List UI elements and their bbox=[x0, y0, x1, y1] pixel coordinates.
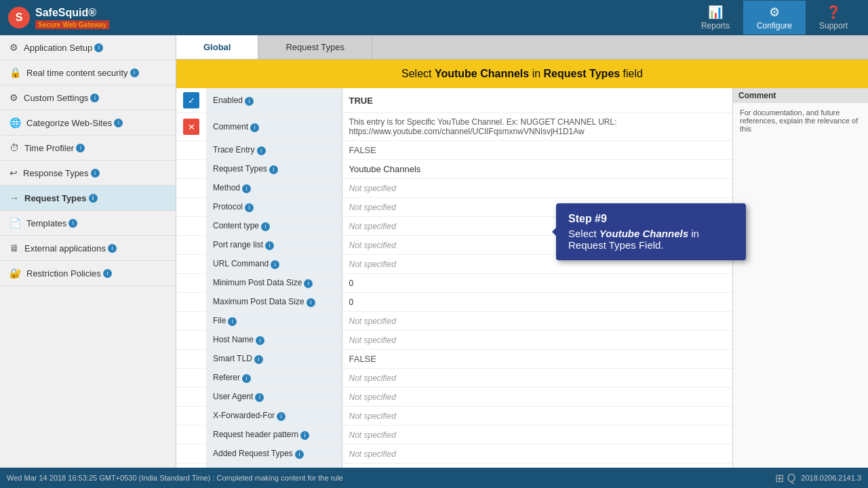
external-apps-icon: 🖥 bbox=[9, 243, 19, 253]
table-row: Request header patterniNot specified bbox=[176, 426, 732, 445]
field-value: Not specified bbox=[342, 369, 732, 388]
nav-support[interactable]: ❓ Support bbox=[806, 1, 861, 35]
field-value: Youtube Channels bbox=[342, 160, 732, 179]
field-info-badge: i bbox=[265, 241, 274, 250]
value-true: TRUE bbox=[349, 96, 373, 106]
field-label: Trace Entryi bbox=[206, 141, 342, 160]
field-label: Protocoli bbox=[206, 198, 342, 217]
brand-name: SafeSquid® bbox=[35, 7, 96, 18]
sidebar-label-real-time: Real time content security bbox=[26, 68, 128, 78]
table-row: Request TypesiYoutube Channels bbox=[176, 160, 732, 179]
value-zero: 0 bbox=[349, 279, 354, 288]
sidebar-item-real-time-content-security[interactable]: 🔒 Real time content security i bbox=[0, 60, 176, 85]
sidebar-item-request-types[interactable]: → Request Types i bbox=[0, 186, 176, 211]
comment-panel: Comment For documentation, and future re… bbox=[732, 88, 868, 468]
sidebar-item-categorize-websites[interactable]: 🌐 Categorize Web-Sites i bbox=[0, 110, 176, 136]
action-col bbox=[176, 217, 206, 236]
table-row: ✕CommentiThis entry is for Specific YouT… bbox=[176, 113, 732, 141]
disabled-button[interactable]: ✕ bbox=[183, 119, 199, 135]
field-info-badge: i bbox=[269, 165, 278, 174]
categorize-icon: 🌐 bbox=[9, 117, 21, 128]
value-false: FALSE bbox=[349, 354, 376, 364]
table-row: ✓EnablediTRUE bbox=[176, 88, 732, 113]
field-value: FALSE bbox=[342, 141, 732, 160]
field-value: 0 bbox=[342, 293, 732, 312]
sidebar-item-restriction-policies[interactable]: 🔐 Restriction Policies i bbox=[0, 261, 176, 286]
table-row: Smart TLDiFALSE bbox=[176, 350, 732, 369]
info-badge-templates: i bbox=[68, 219, 77, 228]
table-row: Removed Request TypesiNot specified bbox=[176, 464, 732, 468]
action-col bbox=[176, 369, 206, 388]
custom-settings-icon: ⚙ bbox=[9, 92, 18, 103]
version-text: 2018.0206.2141.3 bbox=[801, 474, 861, 482]
field-info-badge: i bbox=[242, 184, 251, 193]
value-zero: 0 bbox=[349, 298, 354, 307]
field-value: 0 bbox=[342, 274, 732, 293]
field-info-badge: i bbox=[255, 393, 264, 402]
field-value: Not specified bbox=[342, 312, 732, 331]
action-col bbox=[176, 331, 206, 350]
table-row: Host NameiNot specified bbox=[176, 331, 732, 350]
value-youtube: Youtube Channels bbox=[349, 164, 421, 174]
table-row: X-Forwarded-ForiNot specified bbox=[176, 407, 732, 426]
sidebar-item-response-types[interactable]: ↩ Response Types i bbox=[0, 161, 176, 186]
restriction-icon: 🔐 bbox=[9, 268, 21, 279]
sidebar-label-time-profiler: Time Profiler bbox=[24, 143, 74, 153]
content: Global Request Types Select Youtube Chan… bbox=[176, 35, 868, 468]
callout-prefix: Select bbox=[568, 228, 599, 239]
header: S SafeSquid® Secure Web Gateway 📊 Report… bbox=[0, 0, 868, 35]
field-label: Smart TLDi bbox=[206, 350, 342, 369]
sidebar-label-templates: Templates bbox=[26, 218, 66, 228]
value-not-specified: Not specified bbox=[349, 336, 396, 345]
table-row: RefereriNot specified bbox=[176, 369, 732, 388]
request-types-icon: → bbox=[9, 192, 19, 203]
tab-global[interactable]: Global bbox=[176, 35, 258, 59]
field-info-badge: i bbox=[228, 317, 237, 326]
field-label: Added Request Typesi bbox=[206, 445, 342, 464]
info-badge-categorize: i bbox=[114, 119, 123, 127]
info-badge-time: i bbox=[76, 144, 85, 152]
nav-configure[interactable]: ⚙ Configure bbox=[743, 1, 806, 35]
field-value: FALSE bbox=[342, 350, 732, 369]
table-row: Added Request TypesiNot specified bbox=[176, 445, 732, 464]
comment-panel-body: For documentation, and future references… bbox=[740, 108, 861, 133]
tab-request-types[interactable]: Request Types bbox=[258, 35, 372, 59]
action-col: ✓ bbox=[176, 88, 206, 113]
field-label: Host Namei bbox=[206, 331, 342, 350]
templates-icon: 📄 bbox=[9, 218, 21, 228]
field-label: Minimum Post Data Sizei bbox=[206, 274, 342, 293]
value-not-specified: Not specified bbox=[349, 222, 396, 231]
callout-tooltip: Step #9 Select Youtube Channels in Reque… bbox=[556, 203, 746, 260]
field-info-badge: i bbox=[300, 431, 309, 440]
action-col bbox=[176, 179, 206, 198]
support-icon: ❓ bbox=[826, 5, 841, 20]
sidebar-item-application-setup[interactable]: ⚙ Application Setup i bbox=[0, 35, 176, 60]
banner-bold1: Youtube Channels bbox=[435, 68, 529, 79]
value-not-specified: Not specified bbox=[349, 373, 396, 383]
nav-reports[interactable]: 📊 Reports bbox=[688, 1, 743, 35]
sidebar-item-time-profiler[interactable]: ⏱ Time Profiler i bbox=[0, 136, 176, 161]
status-right: ⊞ Q 2018.0206.2141.3 bbox=[775, 472, 861, 485]
table-area: ✓EnablediTRUE✕CommentiThis entry is for … bbox=[176, 88, 868, 468]
sidebar-item-custom-settings[interactable]: ⚙ Custom Settings i bbox=[0, 85, 176, 110]
banner-prefix: Select bbox=[401, 68, 435, 79]
field-label: Commenti bbox=[206, 113, 342, 141]
action-col bbox=[176, 293, 206, 312]
main-layout: ⚙ Application Setup i 🔒 Real time conten… bbox=[0, 35, 868, 468]
sidebar-item-templates[interactable]: 📄 Templates i bbox=[0, 211, 176, 236]
enabled-button[interactable]: ✓ bbox=[183, 92, 199, 108]
sidebar-item-external-applications[interactable]: 🖥 External applications i bbox=[0, 236, 176, 261]
field-label: URL Commandi bbox=[206, 255, 342, 274]
info-badge-app-setup: i bbox=[94, 43, 103, 52]
value-not-specified: Not specified bbox=[349, 260, 396, 269]
action-col bbox=[176, 350, 206, 369]
field-info-badge: i bbox=[277, 412, 285, 421]
field-value: TRUE bbox=[342, 88, 732, 113]
action-col bbox=[176, 236, 206, 255]
info-badge-real-time: i bbox=[130, 68, 139, 77]
field-info-badge: i bbox=[242, 374, 251, 383]
field-value: Not specified bbox=[342, 464, 732, 468]
action-col bbox=[176, 445, 206, 464]
table-body: ✓EnablediTRUE✕CommentiThis entry is for … bbox=[176, 88, 732, 468]
table-row: Trace EntryiFALSE bbox=[176, 141, 732, 160]
